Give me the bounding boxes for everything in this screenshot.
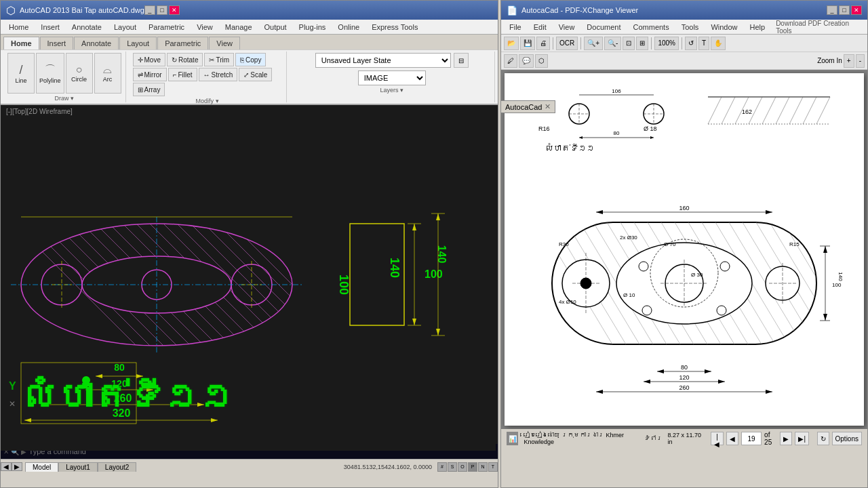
arc-button[interactable]: ⌓ Arc — [94, 53, 121, 94]
copy-button[interactable]: ⎘ Copy — [235, 53, 266, 66]
tab-insert[interactable]: Insert — [40, 37, 74, 49]
layout-tab-1[interactable]: Layout1 — [58, 462, 98, 472]
menu-home[interactable]: Home — [3, 22, 34, 33]
pdf-fitwidth-button[interactable]: ⊞ — [636, 37, 648, 50]
menu-view[interactable]: View — [191, 22, 218, 33]
label-close-button[interactable]: ✕ — [545, 102, 551, 111]
pdf-restore-button[interactable]: □ — [839, 5, 850, 15]
polar-icon[interactable]: P — [468, 462, 477, 472]
array-button[interactable]: ⊞ Array — [133, 83, 165, 96]
line-button[interactable]: / Line — [7, 53, 35, 94]
menu-online[interactable]: Online — [332, 22, 365, 33]
tab-view[interactable]: View — [209, 37, 240, 49]
pdf-menu-edit[interactable]: Edit — [528, 22, 552, 33]
pdf-highlight-button[interactable]: 🖊 — [504, 54, 517, 68]
pdf-hand-button[interactable]: ✋ — [711, 37, 726, 50]
otrack-icon[interactable]: T — [488, 462, 498, 472]
polyline-button[interactable]: ⌒ Polyline — [36, 53, 64, 94]
pdf-menu-window[interactable]: Window — [705, 22, 743, 33]
pdf-options-button[interactable]: Options — [832, 432, 862, 445]
pdf-title-bar: 📄 AutocaCad - PDF-XChange Viewer _ □ ✕ — [501, 1, 867, 20]
layout-nav-right[interactable]: ▶ — [12, 462, 22, 471]
svg-line-82 — [722, 97, 735, 124]
pdf-ocr-button[interactable]: OCR — [556, 37, 578, 50]
stretch-button[interactable]: ↔ Stretch — [199, 68, 238, 81]
pdf-page-input[interactable]: 19 — [741, 432, 762, 445]
svg-point-127 — [717, 306, 726, 315]
tab-parametric[interactable]: Parametric — [157, 37, 208, 49]
download-pdf-button[interactable]: Download PDF Creation Tools — [772, 18, 865, 36]
pdf-content-area[interactable]: 106 R16 Ø 18 80 162 — [501, 70, 867, 429]
pdf-save-button[interactable]: 💾 — [520, 37, 535, 50]
pdf-zoomin-button[interactable]: 🔍+ — [584, 37, 603, 50]
menu-output[interactable]: Output — [259, 22, 292, 33]
pdf-nav-next[interactable]: ▶| — [795, 432, 809, 445]
menu-express-tools[interactable]: Express Tools — [366, 22, 423, 33]
pdf-zoomout-button[interactable]: 🔍- — [604, 37, 621, 50]
dim-80: 80 — [114, 362, 125, 373]
layout-nav-left[interactable]: ◀ — [1, 462, 12, 471]
zoom-in-label: Zoom In — [817, 57, 842, 64]
osnap-icon[interactable]: N — [478, 462, 488, 472]
image-dropdown[interactable]: IMAGE — [358, 70, 426, 85]
pdf-rotate-button[interactable]: ↺ — [685, 37, 697, 50]
pdf-nav-first[interactable]: |◀ — [711, 432, 724, 445]
pdf-nav-play[interactable]: ▶ — [780, 432, 792, 445]
menu-layout[interactable]: Layout — [108, 22, 142, 33]
pdf-menu-comments[interactable]: Comments — [628, 22, 675, 33]
menu-plugins[interactable]: Plug-ins — [294, 22, 332, 33]
grid-icon[interactable]: # — [437, 462, 447, 472]
pdf-nav-prev[interactable]: ◀ — [726, 432, 738, 445]
snap-icon[interactable]: S — [448, 462, 457, 472]
tab-layout[interactable]: Layout — [119, 37, 157, 49]
unsaved-layer-state-dropdown[interactable]: Unsaved Layer State — [315, 53, 451, 68]
pdf-close-button[interactable]: ✕ — [851, 5, 862, 15]
close-button[interactable]: ✕ — [169, 5, 180, 15]
minimize-button[interactable]: _ — [144, 5, 155, 15]
pdf-fitpage-button[interactable]: ⊡ — [623, 37, 635, 50]
menu-parametric[interactable]: Parametric — [143, 22, 190, 33]
menu-manage[interactable]: Manage — [220, 22, 258, 33]
pdf-app-icon: 📄 — [507, 5, 517, 16]
fillet-button[interactable]: ⌐ Fillet — [168, 68, 197, 81]
modify-row1: ✛ Move ↻ Rotate ✂ Trim ⎘ Copy ⇌ Mirror ⌐… — [133, 53, 282, 96]
menu-annotate[interactable]: Annotate — [66, 22, 107, 33]
circle-button[interactable]: ○ Circle — [66, 53, 93, 94]
layout-tab-model[interactable]: Model — [25, 462, 58, 472]
pdf-stamp-button[interactable]: ⬡ — [535, 54, 548, 68]
zoom-in-button[interactable]: + — [844, 54, 854, 68]
pdf-menu-view[interactable]: View — [553, 22, 580, 33]
scale-button[interactable]: ⤢ Scale — [239, 68, 272, 81]
mirror-button[interactable]: ⇌ Mirror — [133, 68, 167, 81]
pdf-minimize-button[interactable]: _ — [827, 5, 837, 15]
layer-properties-button[interactable]: ⊟ — [454, 53, 469, 68]
tab-annotate[interactable]: Annotate — [74, 37, 119, 49]
menu-insert[interactable]: Insert — [35, 22, 65, 33]
layout-tab-2[interactable]: Layout2 — [98, 462, 137, 472]
move-button[interactable]: ✛ Move — [133, 53, 165, 66]
pdf-menu-document[interactable]: Document — [581, 22, 626, 33]
tab-home[interactable]: Home — [3, 37, 39, 49]
layout-nav: ◀ ▶ — [1, 462, 22, 471]
draw-label: Draw ▾ — [55, 95, 75, 102]
rotate-button[interactable]: ↻ Rotate — [167, 53, 203, 66]
pdf-print-button[interactable]: 🖨 — [536, 37, 550, 50]
pdf-open-button[interactable]: 📂 — [504, 37, 519, 50]
status-coords: 30481.5132,15424.1602, 0.0000 — [344, 464, 432, 470]
ortho-icon[interactable]: O — [458, 462, 467, 472]
pdf-menu-tools[interactable]: Tools — [676, 22, 705, 33]
pdf-zoom-100-button[interactable]: 100% — [654, 37, 679, 50]
pdf-select-button[interactable]: T — [698, 37, 709, 50]
drawing-area[interactable]: [-][Top][2D Wireframe] — [1, 105, 498, 444]
pdf-comment-button[interactable]: 💬 — [519, 54, 534, 68]
pdf-refresh-button[interactable]: ↻ — [817, 432, 829, 445]
pdf-footer-text: រៀបរៀងដោយ ក្រុមការងារ Khmer Knowledge — [524, 432, 638, 445]
svg-text:Y: Y — [9, 380, 16, 392]
restore-button[interactable]: □ — [157, 5, 167, 15]
trim-button[interactable]: ✂ Trim — [204, 53, 234, 66]
svg-point-126 — [642, 306, 652, 315]
pdf-menu-help[interactable]: Help — [745, 22, 771, 33]
svg-line-86 — [776, 97, 789, 124]
pdf-menu-file[interactable]: File — [504, 22, 527, 33]
zoom-out-small-button[interactable]: - — [856, 54, 865, 68]
